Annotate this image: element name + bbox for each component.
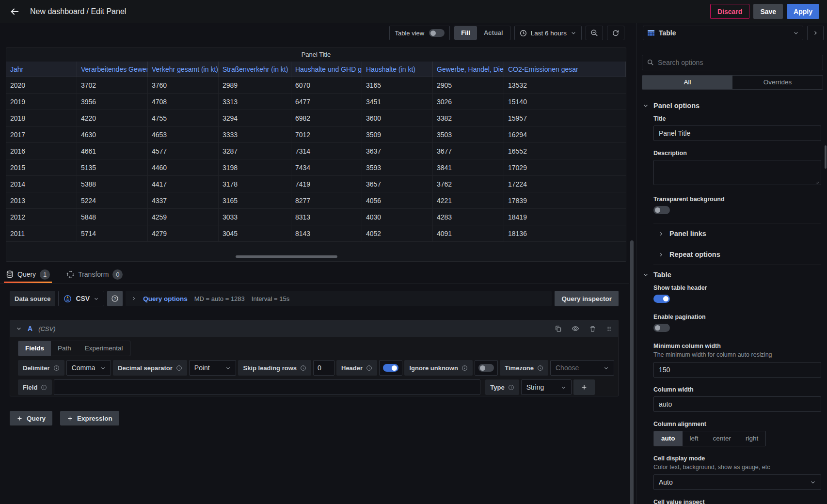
visualization-picker[interactable]: Table <box>643 26 803 40</box>
hide-query-eye-icon[interactable] <box>572 325 579 332</box>
show-table-header-label: Show table header <box>653 284 821 291</box>
alignment-center[interactable]: center <box>706 431 739 446</box>
table-row: 201646614577328773143637367716552 <box>6 143 626 159</box>
table-section-header[interactable]: Table <box>642 265 822 284</box>
table-cell: 16552 <box>504 143 626 159</box>
info-icon <box>300 365 306 371</box>
add-field-button[interactable] <box>573 379 595 395</box>
table-view-switch[interactable] <box>429 29 445 37</box>
resize-handle-icon[interactable] <box>815 180 820 184</box>
repeat-options-section[interactable]: Repeat options <box>653 244 821 265</box>
info-icon <box>537 365 543 371</box>
table-cell: 2016 <box>6 143 77 159</box>
column-header[interactable]: Verkehr gesamt (in kt) <box>148 62 219 77</box>
tab-overrides[interactable]: Overrides <box>732 76 823 89</box>
duplicate-query-icon[interactable] <box>555 325 562 332</box>
column-header[interactable]: Haushalte und GHD ge <box>291 62 362 77</box>
column-width-input[interactable] <box>653 396 821 412</box>
field-input[interactable] <box>54 379 480 395</box>
chevron-down-icon <box>16 326 22 331</box>
database-icon <box>6 270 14 278</box>
query-options-bar[interactable]: Query options MD = auto = 1283 Interval … <box>126 291 552 306</box>
tab-query[interactable]: Query 1 <box>4 266 52 283</box>
alignment-left[interactable]: left <box>683 431 706 446</box>
ignore-unknown-switch[interactable] <box>478 364 494 372</box>
tab-transform[interactable]: Transform 0 <box>64 266 125 283</box>
table-row: 201842204755329469823600338215957 <box>6 110 626 126</box>
refresh-button[interactable] <box>607 26 624 40</box>
query-editor-header[interactable]: A (CSV) <box>10 320 618 337</box>
show-table-header-switch[interactable] <box>653 295 670 303</box>
actual-option[interactable]: Actual <box>477 26 510 40</box>
table-cell: 2989 <box>219 77 291 94</box>
time-range-picker[interactable]: Last 6 hours <box>514 26 582 40</box>
discard-button[interactable]: Discard <box>710 4 749 19</box>
zoom-out-icon <box>590 29 598 37</box>
visualization-name: Table <box>659 29 676 37</box>
column-header[interactable]: Gewerbe, Handel, Dien <box>433 62 504 77</box>
tab-experimental[interactable]: Experimental <box>78 341 130 356</box>
enable-pagination-switch[interactable] <box>653 324 670 332</box>
apply-button[interactable]: Apply <box>787 4 819 19</box>
table-cell: 3333 <box>219 126 291 143</box>
column-header[interactable]: Haushalte (in kt) <box>362 62 433 77</box>
search-options-input[interactable] <box>658 59 818 66</box>
table-view-control: Table view <box>389 26 450 40</box>
fill-option[interactable]: Fill <box>454 26 477 40</box>
add-expression-button[interactable]: Expression <box>60 411 119 425</box>
delimiter-select[interactable]: Comma <box>66 360 111 376</box>
collapse-options-button[interactable] <box>807 26 824 40</box>
min-column-width-input[interactable] <box>653 362 821 378</box>
page-title: New dashboard / Edit Panel <box>30 7 126 16</box>
header-switch[interactable] <box>383 364 398 372</box>
column-header[interactable]: CO2-Emissionen gesar <box>504 62 626 77</box>
plus-icon <box>67 415 73 422</box>
type-label: Type <box>485 379 519 395</box>
type-select[interactable]: String <box>521 379 572 395</box>
datasource-picker[interactable]: CSV <box>58 291 104 306</box>
table-cell: 3198 <box>219 159 291 176</box>
options-pane: Panel options Title Description Transpar… <box>637 96 827 504</box>
zoom-out-button[interactable] <box>586 26 603 40</box>
table-cell: 3956 <box>77 94 148 110</box>
tab-path[interactable]: Path <box>51 341 78 356</box>
table-cell: 8277 <box>291 192 362 209</box>
alignment-auto[interactable]: auto <box>654 431 683 446</box>
add-query-button[interactable]: Query <box>10 411 52 425</box>
description-textarea[interactable] <box>653 160 821 185</box>
back-button[interactable] <box>8 5 21 18</box>
table-cell: 18419 <box>504 209 626 225</box>
column-header[interactable]: Jahr <box>6 62 77 77</box>
drag-handle-icon[interactable] <box>606 325 612 332</box>
alignment-right[interactable]: right <box>738 431 765 446</box>
panel-links-section[interactable]: Panel links <box>653 223 821 244</box>
options-filter-tabs: All Overrides <box>642 75 823 90</box>
column-width-label: Column width <box>653 386 821 393</box>
panel-options-section-header[interactable]: Panel options <box>642 96 822 114</box>
query-count-badge: 1 <box>40 269 50 280</box>
table-cell: 4708 <box>148 94 219 110</box>
delete-query-trash-icon[interactable] <box>589 325 596 332</box>
save-button[interactable]: Save <box>753 4 783 19</box>
transparent-background-switch[interactable] <box>653 206 670 214</box>
datasource-help-button[interactable]: ? <box>107 291 123 306</box>
table-cell: 3165 <box>219 192 291 209</box>
tab-fields[interactable]: Fields <box>18 341 51 356</box>
table-cell: 3762 <box>433 176 504 192</box>
column-header[interactable]: Verarbeitendes Gewerl <box>77 62 148 77</box>
panel-title-input[interactable] <box>653 126 821 141</box>
horizontal-scrollbar[interactable] <box>236 255 337 258</box>
sidebar-scrollbar[interactable] <box>825 145 827 169</box>
vertical-scrollbar[interactable] <box>630 240 634 504</box>
min-column-width-label: Minimum column width <box>653 343 821 349</box>
query-inspector-button[interactable]: Query inspector <box>555 291 619 306</box>
timezone-select[interactable]: Choose <box>550 360 614 376</box>
cell-display-mode-select[interactable]: Auto <box>653 474 821 490</box>
tab-all[interactable]: All <box>642 76 732 89</box>
search-options[interactable] <box>642 55 823 70</box>
decimal-separator-select[interactable]: Point <box>189 360 237 376</box>
query-options-link[interactable]: Query options <box>143 295 188 302</box>
table-cell: 3760 <box>148 77 219 94</box>
skip-leading-rows-input[interactable] <box>313 360 334 376</box>
column-header[interactable]: Straßenverkehr (in kt) <box>219 62 291 77</box>
